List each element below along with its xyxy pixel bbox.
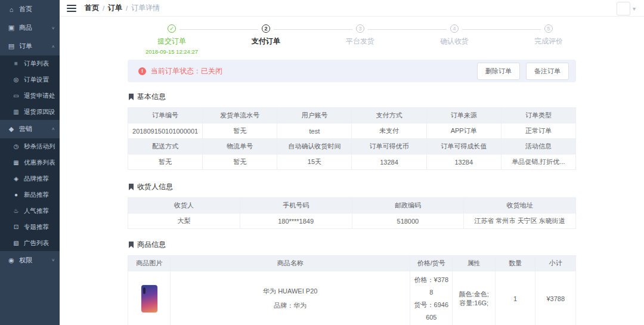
column-header: 支付方式 [352, 108, 426, 123]
column-header: 收货地址 [464, 198, 576, 213]
column-header: 价格/货号 [410, 256, 453, 271]
sidebar-item-goods[interactable]: ▣ 商品 ∨ [0, 18, 60, 37]
table-row: 暂无 暂无 15天 13284 13284 单品促销,打折优... [128, 154, 576, 170]
section-title-product-info: 商品信息 [129, 240, 576, 250]
bookmark-icon [129, 242, 134, 248]
column-header: 订单可得成长值 [426, 139, 501, 154]
product-price-cell: 价格：¥3788 货号：6946605 [410, 271, 453, 325]
sidebar-item-label: 品牌推荐 [24, 175, 55, 183]
sidebar-item-orders[interactable]: ▤ 订单 ∧ [0, 37, 60, 55]
hamburger-icon[interactable] [67, 5, 76, 12]
step-timestamp [219, 48, 313, 55]
table-row: 201809150101000001 暂无 test 未支付 APP订单 正常订… [128, 123, 576, 139]
sidebar-item-label: 订单设置 [24, 76, 55, 84]
sidebar-item-flash-sale-list[interactable]: ◷ 秒杀活动列表 [0, 138, 60, 154]
sidebar-item-label: 权限 [19, 256, 51, 265]
step-platform-ship: 3 平台发货 [313, 24, 407, 55]
sidebar-item-label: 订单 [19, 42, 51, 51]
breadcrumb-orders[interactable]: 订单 [108, 3, 122, 13]
chevron-down-icon: ∨ [51, 26, 55, 30]
sidebar-item-marketing[interactable]: ◆ 营销 ∧ [0, 120, 60, 138]
step-number: 5 [544, 24, 553, 33]
sidebar-item-ad-list[interactable]: ▧ 广告列表 [0, 235, 60, 251]
sidebar-item-label: 专题推荐 [24, 223, 55, 231]
step-title: 平台发货 [313, 36, 407, 47]
orders-submenu: ≡ 订单列表 ◎ 订单设置 ▭ 退货申请处理 ▥ 退货原因设置 [0, 55, 60, 120]
sidebar-item-return-requests[interactable]: ▭ 退货申请处理 [0, 88, 60, 104]
avatar-dropdown[interactable]: ▾ [617, 2, 636, 16]
product-sku: 货号：6946605 [414, 299, 448, 324]
breadcrumb-separator: / [126, 5, 128, 12]
table-header-row: 订单编号 发货单流水号 用户账号 支付方式 订单来源 订单类型 [128, 108, 576, 123]
order-steps: ✓ 提交订单 2018-09-15 12:24:27 2 支付订单 3 平台发货 [125, 24, 596, 55]
sidebar-item-return-reasons[interactable]: ▥ 退货原因设置 [0, 104, 60, 120]
column-header: 邮政编码 [352, 198, 464, 213]
product-row: 华为 HUAWEI P20 品牌：华为 价格：¥3788 货号：6946605 … [128, 271, 576, 325]
recipient-postcode: 518000 [352, 213, 464, 229]
sidebar-item-label: 退货申请处理 [24, 92, 55, 100]
product-subtotal: ¥3788 [535, 271, 576, 325]
column-header: 用户账号 [277, 108, 352, 123]
sidebar-item-home[interactable]: ⌂ 首页 [0, 0, 60, 18]
chevron-down-icon: ∨ [51, 258, 55, 262]
breadcrumb-home[interactable]: 首页 [85, 3, 99, 13]
note-order-button[interactable]: 备注订单 [526, 63, 569, 80]
product-price: 价格：¥3788 [414, 274, 448, 299]
logistics-number: 暂无 [203, 154, 277, 170]
sidebar-item-coupon-list[interactable]: ▦ 优惠券列表 [0, 154, 60, 171]
sidebar-item-order-settings[interactable]: ◎ 订单设置 [0, 72, 60, 88]
step-timestamp [407, 48, 501, 55]
section-title-text: 商品信息 [137, 240, 166, 250]
column-header: 数量 [495, 256, 535, 271]
section-title-recipient-info: 收货人信息 [129, 182, 576, 192]
warning-icon: ! [138, 67, 146, 75]
order-coins: 13284 [352, 154, 426, 170]
monitor-icon: ⊡ [12, 224, 20, 230]
sidebar-item-new-product-recommend[interactable]: ● 新品推荐 [0, 187, 60, 203]
sidebar-item-permissions[interactable]: ◉ 权限 ∨ [0, 251, 60, 270]
sidebar-item-order-list[interactable]: ≡ 订单列表 [0, 55, 60, 72]
section-title-text: 收货人信息 [137, 182, 173, 192]
sidebar-item-label: 人气推荐 [24, 207, 55, 215]
sidebar-item-label: 退货原因设置 [24, 108, 55, 116]
product-attrs: 颜色:金色;容量:16G; [453, 271, 495, 325]
sidebar-item-label: 新品推荐 [24, 191, 55, 199]
basic-info-table: 订单编号 发货单流水号 用户账号 支付方式 订单来源 订单类型 20180915… [128, 107, 576, 170]
bookmark-icon [129, 184, 134, 190]
order-detail-card: ! 当前订单状态：已关闭 删除订单 备注订单 基本信息 订单编号 发货单流水号 [128, 60, 576, 325]
recipient-address: 江苏省 常州市 天宁区 东晓街道 [464, 213, 576, 229]
auto-confirm-days: 15天 [277, 154, 352, 170]
orders-icon: ▤ [7, 42, 16, 50]
home-icon: ⌂ [7, 6, 16, 13]
sidebar-item-label: 秒杀活动列表 [24, 143, 55, 151]
step-number: 4 [450, 24, 459, 33]
breadcrumb-current: 订单详情 [131, 3, 160, 13]
order-growth: 13284 [426, 154, 501, 170]
order-status-alert: ! 当前订单状态：已关闭 删除订单 备注订单 [128, 60, 576, 82]
column-header: 手机号码 [240, 198, 352, 213]
sidebar-item-label: 广告列表 [24, 239, 55, 247]
sidebar-item-topic-recommend[interactable]: ⊡ 专题推荐 [0, 219, 60, 235]
step-title: 确认收货 [407, 36, 501, 47]
step-timestamp [313, 48, 407, 55]
basic-info-section: 基本信息 订单编号 发货单流水号 用户账号 支付方式 订单来源 订单类型 201… [128, 92, 576, 170]
product-qty: 1 [495, 271, 535, 325]
permission-icon: ◉ [7, 256, 16, 264]
section-title-text: 基本信息 [137, 92, 166, 102]
step-pay-order: 2 支付订单 [219, 24, 313, 55]
column-header: 商品图片 [128, 256, 171, 271]
column-header: 订单类型 [501, 108, 575, 123]
product-table: 商品图片 商品名称 价格/货号 属性 数量 小计 华 [128, 255, 576, 325]
recipient-name: 大梨 [128, 213, 240, 229]
sidebar-item-brand-recommend[interactable]: ◈ 品牌推荐 [0, 171, 60, 187]
delete-order-button[interactable]: 删除订单 [477, 63, 520, 80]
column-header: 自动确认收货时间 [277, 139, 352, 154]
table-header-row: 配送方式 物流单号 自动确认收货时间 订单可得优币 订单可得成长值 活动信息 [128, 139, 576, 154]
sidebar-item-label: 优惠券列表 [24, 159, 55, 167]
column-header: 活动信息 [501, 139, 575, 154]
column-header: 物流单号 [203, 139, 277, 154]
payment-method: 未支付 [352, 123, 426, 139]
image-icon: ▧ [12, 240, 20, 246]
return-reason-icon: ▥ [12, 109, 20, 115]
sidebar-item-popular-recommend[interactable]: ♨ 人气推荐 [0, 203, 60, 219]
